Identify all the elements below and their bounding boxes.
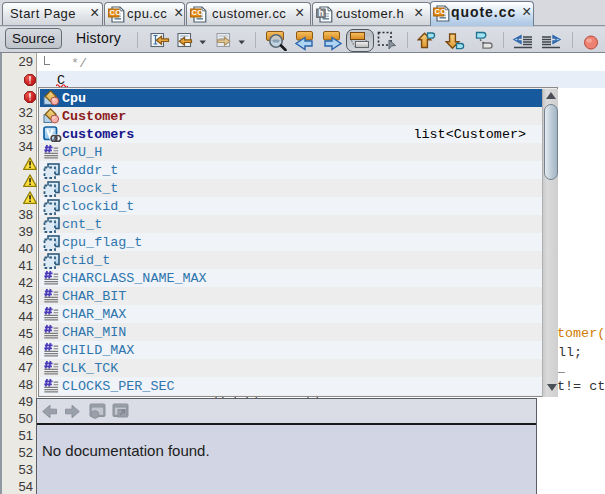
svg-text:CC: CC [434,7,446,16]
svg-text:h: h [319,8,325,18]
svg-text:CC: CC [192,8,204,17]
svg-text:CC: CC [110,8,122,17]
